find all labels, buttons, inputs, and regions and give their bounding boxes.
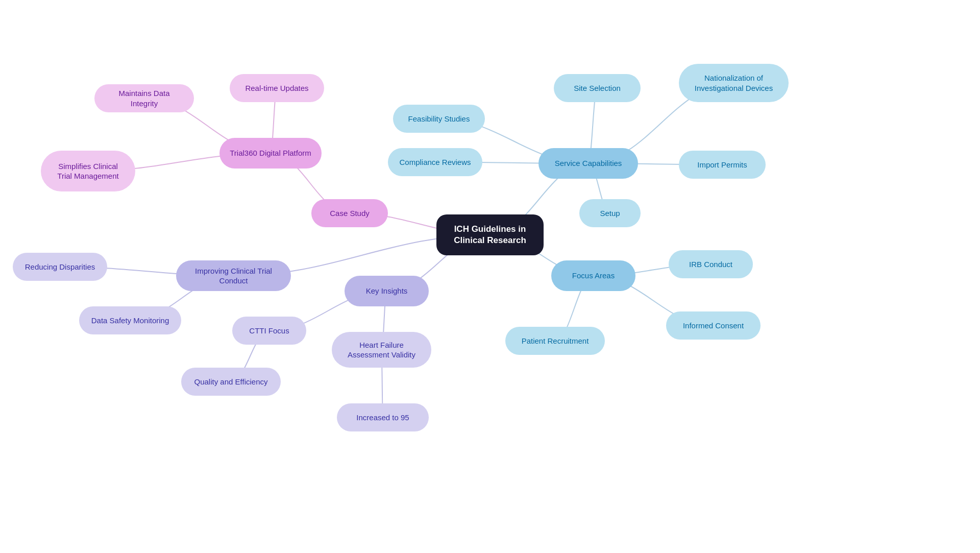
node-setup[interactable]: Setup bbox=[579, 199, 641, 227]
node-simplifiesClinical[interactable]: Simplifies Clinical Trial Management bbox=[41, 151, 135, 191]
node-complianceReviews[interactable]: Compliance Reviews bbox=[388, 148, 482, 176]
node-informedConsent[interactable]: Informed Consent bbox=[666, 311, 761, 340]
node-maintainsData[interactable]: Maintains Data Integrity bbox=[94, 84, 194, 112]
node-nationalization[interactable]: Nationalization of Investigational Devic… bbox=[679, 64, 789, 102]
node-serviceCapabilities[interactable]: Service Capabilities bbox=[538, 148, 638, 179]
node-increasedTo95[interactable]: Increased to 95 bbox=[337, 403, 429, 431]
node-feasibilityStudies[interactable]: Feasibility Studies bbox=[393, 105, 485, 133]
node-cttiFocus[interactable]: CTTI Focus bbox=[232, 317, 306, 345]
node-qualityEfficiency[interactable]: Quality and Efficiency bbox=[181, 368, 281, 396]
mindmap-container: ICH Guidelines in Clinical ResearchCase … bbox=[0, 0, 980, 553]
node-trial360[interactable]: Trial360 Digital Platform bbox=[219, 138, 322, 169]
node-keyInsights[interactable]: Key Insights bbox=[345, 276, 429, 306]
node-dataSafety[interactable]: Data Safety Monitoring bbox=[79, 306, 181, 334]
connections-svg bbox=[0, 0, 980, 553]
node-improvingClinical[interactable]: Improving Clinical Trial Conduct bbox=[176, 260, 291, 291]
node-focusAreas[interactable]: Focus Areas bbox=[551, 260, 635, 291]
node-patientRecruitment[interactable]: Patient Recruitment bbox=[505, 327, 605, 355]
node-realtimeUpdates[interactable]: Real-time Updates bbox=[230, 74, 324, 102]
node-heartFailure[interactable]: Heart Failure Assessment Validity bbox=[332, 332, 431, 368]
node-irbConduct[interactable]: IRB Conduct bbox=[669, 250, 753, 278]
node-siteSelection[interactable]: Site Selection bbox=[554, 74, 641, 102]
node-center[interactable]: ICH Guidelines in Clinical Research bbox=[436, 214, 544, 255]
node-caseStudy[interactable]: Case Study bbox=[311, 199, 388, 227]
node-reducingDisparities[interactable]: Reducing Disparities bbox=[13, 253, 107, 281]
node-importPermits[interactable]: Import Permits bbox=[679, 151, 766, 179]
